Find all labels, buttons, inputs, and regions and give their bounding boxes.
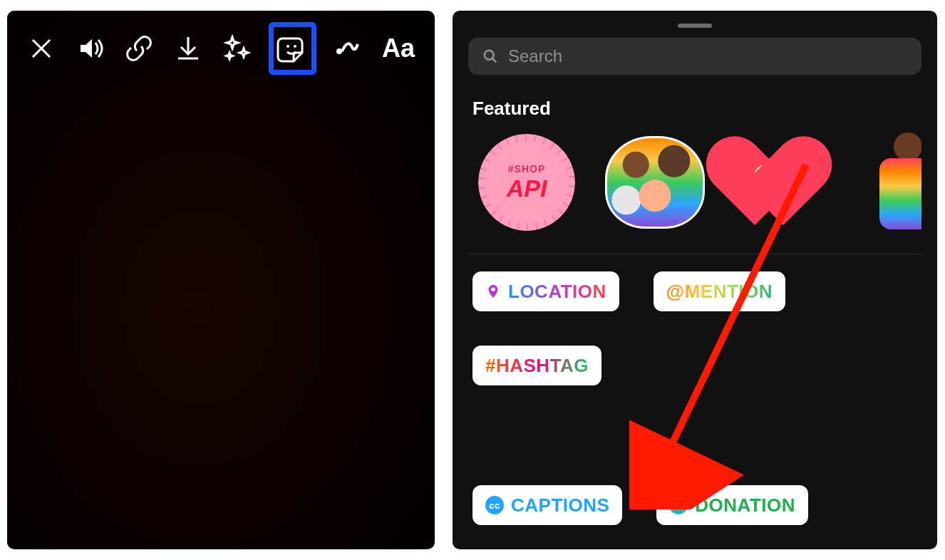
story-editor-canvas: Aa: [7, 11, 435, 549]
mention-chip[interactable]: @MENTION: [654, 271, 785, 311]
close-icon[interactable]: [27, 32, 56, 65]
sparkle-effects-icon[interactable]: [222, 32, 252, 65]
chip-label: CAPTIONS: [511, 494, 609, 517]
squiggle-draw-icon[interactable]: [334, 32, 363, 65]
svg-point-2: [336, 48, 342, 54]
sheet-grabber[interactable]: [678, 24, 712, 28]
featured-sticker-family-rainbow[interactable]: [605, 133, 705, 232]
search-icon: [482, 48, 498, 64]
svg-point-1: [294, 45, 296, 48]
svg-point-4: [491, 288, 495, 292]
hashtag-chip[interactable]: #HASHTAG: [472, 346, 601, 385]
search-placeholder: Search: [508, 46, 562, 66]
sticker-face-icon[interactable]: [276, 32, 309, 65]
sticker-chips-row-2: cc CAPTIONS DONATION GI: [468, 485, 921, 549]
editor-toolbar: Aa: [7, 11, 435, 86]
link-icon[interactable]: [125, 32, 154, 65]
chip-label: DONATION: [695, 494, 795, 517]
chip-label: @MENTION: [666, 281, 773, 303]
svg-point-3: [485, 51, 494, 60]
pin-icon: [485, 284, 501, 299]
featured-sticker-heart-family[interactable]: [733, 133, 833, 232]
text-tool[interactable]: Aa: [382, 32, 415, 65]
speaker-icon[interactable]: [76, 32, 105, 65]
download-icon[interactable]: [174, 32, 203, 65]
captions-chip[interactable]: cc CAPTIONS: [472, 485, 622, 525]
svg-point-0: [286, 45, 289, 48]
sticker-chips-row-1: LOCATION @MENTION #HASHTAG: [468, 271, 921, 385]
featured-sticker-rainbow-dancer[interactable]: [862, 133, 921, 232]
chip-label: LOCATION: [508, 281, 606, 303]
sticker-tray-sheet: Search Featured #SHOP API: [453, 11, 937, 549]
donation-chip[interactable]: DONATION: [656, 485, 808, 525]
cc-badge-icon: cc: [485, 496, 504, 514]
featured-stickers-row[interactable]: #SHOP API: [468, 133, 921, 232]
chip-label: #HASHTAG: [485, 355, 589, 377]
section-divider: [468, 254, 921, 254]
featured-section-label: Featured: [472, 98, 917, 120]
sticker-icon-highlight: [269, 22, 316, 75]
location-chip[interactable]: LOCATION: [472, 271, 619, 311]
heart-badge-icon: [669, 496, 688, 514]
featured-sticker-shop-api[interactable]: #SHOP API: [477, 133, 577, 232]
sticker-search-input[interactable]: Search: [468, 38, 921, 75]
